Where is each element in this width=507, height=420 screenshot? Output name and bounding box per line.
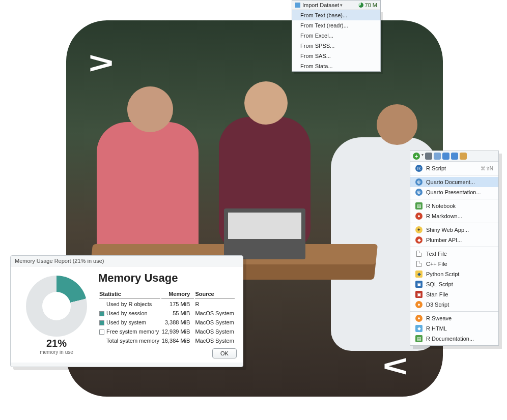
menu-item[interactable]: C++ File — [410, 259, 498, 269]
memory-donut-chart — [26, 276, 87, 337]
col-statistic: Statistic — [99, 291, 160, 299]
menu-item[interactable]: ✦Shiny Web App... — [410, 225, 498, 235]
table-row: Used by session55 MiBMacOS System — [99, 309, 235, 317]
menu-shortcut: ⌘⇧N — [481, 166, 493, 171]
import-item[interactable]: From SAS... — [292, 51, 380, 61]
menu-item[interactable]: ▣SQL Script — [410, 279, 498, 289]
menu-item-label: Shiny Web App... — [426, 227, 493, 233]
swatch-icon — [99, 329, 104, 335]
memory-usage-window: Memory Usage Report (21% in use) 21% mem… — [10, 255, 243, 367]
col-memory: Memory — [161, 291, 194, 299]
pie-icon — [358, 3, 363, 8]
menu-item[interactable]: ⊕Quarto Presentation... — [410, 187, 498, 197]
menu-item[interactable]: Text File — [410, 249, 498, 259]
rhtml-icon: ◆ — [415, 325, 422, 332]
menu-item[interactable]: ◆R HTML — [410, 323, 498, 334]
memory-badge-label: 70 M — [365, 2, 377, 8]
r-blue-icon: R — [415, 165, 422, 172]
menu-item-label: Stan File — [426, 291, 493, 297]
import-item[interactable]: From Text (readr)... — [292, 20, 380, 31]
sweave-icon: ● — [415, 315, 422, 322]
cpp-icon — [415, 260, 422, 267]
menu-item-label: SQL Script — [426, 281, 493, 287]
swatch-icon — [99, 320, 104, 325]
import-item[interactable]: From Excel... — [292, 31, 380, 41]
menu-item[interactable]: ◆Python Script — [410, 269, 498, 279]
memory-usage-heading: Memory Usage — [98, 272, 178, 285]
chevron-down-icon: ▾ — [340, 3, 343, 8]
chevron-decor-top: > — [89, 46, 114, 81]
quarto-icon: ⊕ — [415, 189, 422, 196]
memory-percent-sub: memory in use — [26, 349, 87, 355]
rmd-icon: ● — [415, 213, 422, 220]
menu-item-label: D3 Script — [426, 302, 493, 308]
import-item[interactable]: From SPSS... — [292, 41, 380, 51]
table-row: Free system memory12,939 MiBMacOS System — [99, 327, 235, 336]
menu-item-label: Python Script — [426, 271, 493, 277]
table-icon — [295, 3, 300, 8]
menu-item[interactable]: ▣Stan File — [410, 289, 498, 299]
window-titlebar: Memory Usage Report (21% in use) — [11, 256, 243, 266]
gear-icon[interactable] — [425, 153, 432, 160]
menu-item-label: R Markdown... — [426, 213, 493, 219]
menu-item-label: R Documentation... — [426, 336, 493, 342]
photo-laptop — [224, 208, 305, 259]
menu-item-label: R HTML — [426, 325, 493, 332]
menu-item[interactable]: ●R Markdown... — [410, 211, 498, 221]
d3-icon: ● — [415, 301, 422, 308]
disk-icon[interactable] — [442, 153, 449, 160]
import-dataset-menu: Import Dataset ▾ 70 M From Text (base)..… — [292, 0, 381, 72]
col-source: Source — [195, 291, 235, 299]
text-icon — [415, 250, 422, 257]
python-icon: ◆ — [415, 271, 422, 278]
menu-item-label: Quarto Document... — [426, 179, 493, 185]
plumber-icon: ◆ — [415, 236, 422, 244]
menu-item[interactable]: ⊕Quarto Document... — [410, 177, 498, 187]
menu-item[interactable]: ◆Plumber API... — [410, 235, 498, 245]
table-row: Used by system3,388 MiBMacOS System — [99, 318, 235, 326]
menu-item-label: Text File — [426, 251, 493, 257]
disks-icon[interactable] — [451, 153, 458, 160]
plus-circle-icon[interactable]: + — [413, 153, 420, 160]
import-item[interactable]: From Stata... — [292, 61, 380, 71]
menu-item-label: R Sweave — [426, 315, 493, 321]
menu-item-label: Plumber API... — [426, 237, 493, 243]
rdoc-icon: ▤ — [415, 335, 422, 342]
chevron-decor-bottom: < — [383, 349, 408, 384]
swatch-icon — [99, 311, 104, 316]
menu-item-label: R Script — [426, 165, 477, 171]
table-row: Total system memory16,384 MiBMacOS Syste… — [99, 337, 235, 345]
memory-percent-value: 21% — [26, 338, 87, 349]
sql-icon: ▣ — [415, 281, 422, 288]
menu-item-label: Quarto Presentation... — [426, 189, 493, 195]
branch-icon[interactable] — [434, 153, 441, 160]
menu-item[interactable]: ●D3 Script — [410, 299, 498, 310]
menu-item[interactable]: ▤R Documentation... — [410, 334, 498, 344]
stan-icon: ▣ — [415, 291, 422, 298]
new-file-menu: +▾ RR Script⌘⇧N⊕Quarto Document...⊕Quart… — [410, 151, 499, 346]
import-item[interactable]: From Text (base)... — [292, 10, 380, 20]
memory-badge[interactable]: 70 M — [358, 2, 377, 8]
table-row: Used by R objects175 MiBR — [99, 300, 235, 308]
notebook-icon: ▤ — [415, 202, 422, 209]
menu-item-label: R Notebook — [426, 203, 493, 209]
menu-item[interactable]: ▤R Notebook — [410, 201, 498, 211]
menu-item[interactable]: RR Script⌘⇧N — [410, 163, 498, 173]
import-dataset-label: Import Dataset — [302, 2, 339, 8]
new-file-toolbar: +▾ — [410, 151, 498, 162]
memory-percent-caption: 21% memory in use — [26, 338, 87, 355]
import-dataset-button[interactable]: Import Dataset ▾ 70 M — [292, 0, 381, 10]
memory-usage-table: Statistic Memory Source Used by R object… — [98, 290, 236, 346]
ok-button[interactable]: OK — [212, 348, 237, 358]
shiny-icon: ✦ — [415, 226, 422, 233]
menu-item-label: C++ File — [426, 261, 493, 267]
print-icon[interactable] — [460, 153, 467, 160]
menu-item[interactable]: ●R Sweave — [410, 313, 498, 323]
chevron-down-icon: ▾ — [421, 153, 424, 160]
quarto-icon: ⊕ — [415, 178, 422, 186]
